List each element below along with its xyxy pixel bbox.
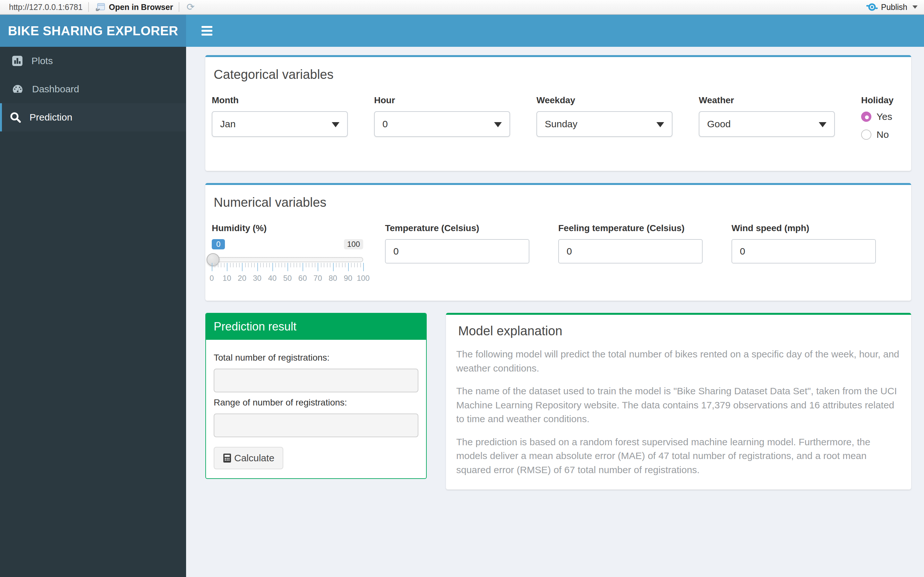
toolbar-divider	[179, 2, 179, 12]
chevron-down-icon	[494, 122, 502, 127]
hamburger-icon	[202, 26, 212, 28]
chevron-down-icon	[819, 122, 827, 127]
humidity-slider: 0 100 0102030405060708090100	[212, 239, 363, 283]
model-explanation-box: Model explanation The following model wi…	[446, 313, 911, 490]
wind-speed-field: Wind speed (mph) 0	[732, 223, 905, 283]
app-body: Plots Dashboard Predi	[0, 47, 924, 577]
slider-tick	[254, 263, 255, 268]
slider-tick	[345, 263, 346, 268]
range-registrations-output	[214, 414, 418, 437]
slider-tick-label: 0	[210, 274, 214, 283]
weather-select[interactable]: Good	[699, 111, 835, 137]
slider-tick-label: 40	[268, 274, 276, 283]
hour-select[interactable]: 0	[374, 111, 510, 137]
humidity-label: Humidity (%)	[212, 223, 385, 234]
refresh-icon[interactable]: ⟳	[185, 2, 196, 12]
gauge-icon	[11, 83, 24, 95]
holiday-label: Holiday	[861, 95, 905, 105]
feeling-temperature-input[interactable]: 0	[558, 239, 703, 263]
browser-toolbar-left: http://127.0.0.1:6781 Open in Browser ⟳	[6, 2, 866, 12]
slider-tick	[321, 263, 321, 268]
sidebar-item-plots[interactable]: Plots	[0, 47, 186, 75]
slider-tick	[239, 263, 240, 268]
sidebar-item-dashboard[interactable]: Dashboard	[0, 75, 186, 103]
weekday-select-value: Sunday	[545, 119, 577, 129]
calculator-icon	[223, 453, 232, 463]
month-label: Month	[212, 95, 374, 105]
radio-label: Yes	[877, 111, 892, 122]
url-text: http://127.0.0.1:6781	[6, 3, 82, 12]
holiday-radio-no[interactable]: No	[861, 129, 905, 140]
slider-tick	[315, 263, 315, 268]
slider-tick	[330, 263, 330, 268]
model-paragraph: The prediction is based on a random fore…	[456, 435, 901, 477]
calculate-button[interactable]: Calculate	[214, 447, 283, 469]
wind-speed-label: Wind speed (mph)	[732, 223, 905, 234]
weekday-select[interactable]: Sunday	[536, 111, 672, 137]
prediction-result-title: Prediction result	[206, 314, 426, 340]
total-registrations-output	[214, 369, 418, 392]
chevron-down-icon	[332, 122, 339, 127]
month-select[interactable]: Jan	[212, 111, 348, 137]
slider-tick	[351, 263, 352, 268]
temperature-label: Temperature (Celsius)	[385, 223, 558, 234]
calculate-button-label: Calculate	[234, 453, 274, 464]
slider-tick	[230, 263, 231, 268]
slider-tick	[233, 263, 234, 268]
slider-tick	[215, 263, 215, 268]
slider-tick	[257, 263, 258, 271]
temperature-field: Temperature (Celsius) 0	[385, 223, 558, 283]
wind-speed-input[interactable]: 0	[732, 239, 876, 263]
slider-tick	[363, 263, 364, 271]
sidebar-item-prediction[interactable]: Prediction	[0, 103, 186, 131]
search-icon	[10, 111, 21, 123]
radio-label: No	[877, 129, 889, 140]
slider-tick-grid	[212, 263, 363, 272]
sidebar-toggle-button[interactable]	[196, 22, 218, 39]
publish-label: Publish	[881, 3, 907, 12]
hour-select-value: 0	[383, 119, 388, 129]
slider-track[interactable]	[212, 257, 363, 262]
slider-tick	[236, 263, 237, 268]
open-in-browser-button[interactable]: Open in Browser	[95, 3, 173, 12]
model-paragraph: The following model will predict the tot…	[456, 347, 901, 375]
browser-toolbar: http://127.0.0.1:6781 Open in Browser ⟳ …	[0, 0, 924, 15]
box-title: Categorical variables	[214, 67, 905, 82]
hour-label: Hour	[374, 95, 536, 105]
slider-tick-label: 80	[328, 274, 337, 283]
publish-button[interactable]: Publish	[866, 3, 918, 12]
weekday-label: Weekday	[536, 95, 699, 105]
chevron-down-icon	[656, 122, 664, 127]
slider-tick	[290, 263, 291, 268]
slider-tick-label: 50	[283, 274, 292, 283]
sidebar: Plots Dashboard Predi	[0, 47, 186, 577]
holiday-radio-yes[interactable]: Yes	[861, 111, 905, 122]
slider-tick-label: 70	[313, 274, 322, 283]
main-content: Categorical variables Month Jan Hour 0	[186, 47, 924, 577]
slider-tick	[318, 263, 318, 271]
slider-tick-label: 10	[223, 274, 231, 283]
categorical-variables-box: Categorical variables Month Jan Hour 0	[205, 55, 911, 171]
slider-tick	[302, 263, 303, 271]
slider-tick	[284, 263, 285, 268]
slider-tick	[260, 263, 261, 268]
temperature-input[interactable]: 0	[385, 239, 529, 263]
slider-tick	[348, 263, 349, 271]
app-viewport: http://127.0.0.1:6781 Open in Browser ⟳ …	[0, 0, 924, 577]
slider-tick-label: 20	[238, 274, 246, 283]
slider-tick	[263, 263, 264, 268]
toolbar-divider	[88, 2, 89, 12]
slider-tick-label: 100	[357, 274, 370, 283]
slider-tick	[269, 263, 270, 268]
navbar	[186, 15, 924, 47]
open-in-browser-label: Open in Browser	[109, 3, 173, 12]
slider-tick	[288, 263, 288, 271]
feeling-temperature-label: Feeling temperature (Celsius)	[558, 223, 732, 234]
weather-select-value: Good	[707, 119, 730, 129]
slider-tick	[296, 263, 297, 268]
slider-tick	[342, 263, 342, 268]
slider-tick	[224, 263, 225, 268]
slider-tick	[221, 263, 221, 268]
numerical-variables-box: Numerical variables Humidity (%) 0 100	[205, 183, 911, 301]
slider-tick	[339, 263, 339, 268]
